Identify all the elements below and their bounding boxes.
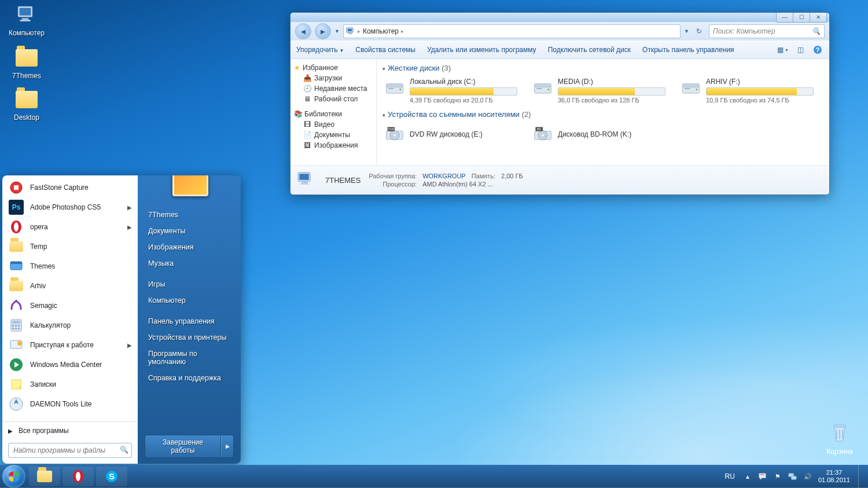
breadcrumb-computer-icon[interactable] — [346, 27, 355, 36]
start-menu-right-link[interactable]: Музыка — [145, 255, 234, 271]
sidebar-item-downloads[interactable]: 📥Загрузки — [293, 73, 374, 83]
desktop-icon-7themes[interactable]: 7Themes — [5, 46, 49, 80]
nav-forward-button[interactable]: ► — [315, 23, 331, 39]
sidebar-item-pictures[interactable]: 🖼Изображения — [293, 140, 374, 151]
start-menu-search: 🔍 — [8, 443, 132, 458]
nav-refresh-button[interactable]: ↻ — [693, 27, 705, 35]
svg-point-29 — [542, 134, 544, 137]
desktop-icon-desktop[interactable]: Desktop — [5, 88, 49, 122]
start-menu-right-link[interactable]: Панель управления — [145, 313, 234, 329]
app-label: Приступая к работе — [30, 341, 94, 349]
nav-history-dropdown[interactable]: ▼ — [334, 28, 340, 34]
drive-item[interactable]: MEDIA (D:)36,0 ГБ свободно из 128 ГБ — [531, 76, 667, 105]
shutdown-button[interactable]: Завершение работы — [145, 435, 221, 458]
sidebar-item-recent[interactable]: 🕘Недавние места — [293, 83, 374, 94]
toolbar-help-button[interactable]: ? — [812, 44, 823, 56]
breadcrumb-item[interactable]: Компьютер — [363, 27, 399, 35]
sidebar-item-documents[interactable]: 📄Документы — [293, 130, 374, 140]
status-memory-value: 2,00 ГБ — [501, 173, 523, 179]
start-menu-right-link[interactable]: Игры — [145, 276, 234, 292]
tray-flag-icon[interactable]: ⚑ — [773, 472, 782, 481]
app-icon — [8, 179, 24, 196]
folder-icon — [15, 46, 38, 69]
window-maximize-button[interactable]: ☐ — [793, 12, 810, 23]
tray-clock[interactable]: 21:37 01.08.2011 — [818, 469, 850, 484]
app-label: Temp — [30, 243, 47, 251]
sidebar-item-video[interactable]: 🎞Видео — [293, 119, 374, 130]
toolbar-map-drive[interactable]: Подключить сетевой диск — [548, 46, 631, 54]
group-header-removable[interactable]: ▾Устройства со съемными носителями (2) — [382, 110, 823, 119]
start-menu-app-item[interactable]: PsAdobe Photoshop CS5▶ — [2, 197, 138, 217]
svg-rect-44 — [12, 321, 20, 324]
start-menu-app-item[interactable]: Arhiv — [2, 276, 138, 296]
start-menu-app-item[interactable]: DAEMON Tools Lite — [2, 394, 138, 414]
start-menu-app-item[interactable]: opera▶ — [2, 217, 138, 237]
svg-rect-21 — [685, 88, 690, 89]
start-menu-right-link[interactable]: Программы по умолчанию — [145, 346, 234, 370]
start-menu-app-item[interactable]: Temp — [2, 237, 138, 256]
explorer-search-input[interactable]: Поиск: Компьютер 🔍 — [709, 24, 825, 38]
drive-item[interactable]: Локальный диск (C:)4,39 ГБ свободно из 2… — [382, 76, 519, 105]
start-menu-app-item[interactable]: Приступая к работе▶ — [2, 335, 138, 355]
toolbar-view-button[interactable]: ▦▼ — [777, 44, 789, 56]
tray-network-icon[interactable] — [788, 472, 797, 481]
device-item[interactable]: DVDDVD RW дисковод (E:) — [382, 122, 519, 146]
tray-show-hidden-icon[interactable]: ▲ — [743, 472, 752, 481]
desktop-icon-recycle-bin[interactable]: Корзина — [826, 421, 853, 456]
svg-rect-3 — [20, 20, 30, 21]
tray-language[interactable]: RU — [723, 472, 737, 480]
toolbar-system-properties[interactable]: Свойства системы — [355, 46, 415, 54]
tray-time: 21:37 — [818, 469, 850, 476]
start-menu-right-link[interactable]: Изображения — [145, 239, 234, 255]
window-close-button[interactable]: ✕ — [810, 12, 827, 23]
taskbar-skype-button[interactable]: S — [96, 467, 127, 486]
tray-action-center-icon[interactable] — [758, 472, 767, 481]
toolbar-uninstall[interactable]: Удалить или изменить программу — [427, 46, 536, 54]
nav-back-button[interactable]: ◄ — [295, 23, 311, 39]
hdd-icon — [681, 78, 701, 98]
libraries-icon: 📚 — [294, 110, 302, 118]
computer-icon — [15, 3, 38, 27]
sidebar-libraries-header[interactable]: 📚Библиотеки — [293, 109, 374, 119]
tray-date: 01.08.2011 — [818, 476, 850, 484]
shutdown-options-button[interactable]: ▶ — [221, 435, 234, 458]
start-menu-app-item[interactable]: Калькулятор — [2, 315, 138, 335]
toolbar-preview-pane-button[interactable]: ◫ — [795, 44, 806, 56]
start-menu-app-item[interactable]: FastStone Capture — [2, 178, 138, 197]
start-menu-right-link[interactable]: Справка и поддержка — [145, 370, 234, 386]
start-menu-search-input[interactable] — [8, 443, 132, 458]
app-icon — [8, 219, 24, 235]
svg-rect-35 — [300, 184, 310, 185]
start-menu-right-link[interactable]: Документы — [145, 223, 234, 239]
device-name: DVD RW дисковод (E:) — [410, 130, 483, 138]
start-menu-right-link[interactable]: Компьютер — [145, 292, 234, 309]
show-desktop-button[interactable] — [858, 465, 863, 488]
user-avatar[interactable] — [172, 175, 208, 196]
start-menu-all-programs[interactable]: ▶ Все программы — [2, 421, 138, 439]
start-menu-app-item[interactable]: Semagic — [2, 296, 138, 315]
start-menu-app-item[interactable]: Записки — [2, 375, 138, 394]
start-button[interactable] — [2, 465, 25, 488]
taskbar-opera-button[interactable] — [62, 467, 94, 486]
toolbar-organize[interactable]: Упорядочить▼ — [296, 46, 344, 54]
start-menu-app-item[interactable]: Windows Media Center — [2, 355, 138, 375]
sidebar-favorites-header[interactable]: ★Избранное — [293, 63, 374, 73]
desktop-icon-computer[interactable]: Компьютер — [5, 3, 49, 37]
taskbar-explorer-button[interactable] — [29, 467, 60, 486]
start-menu-right-link[interactable]: 7Themes — [145, 207, 234, 223]
start-menu-app-item[interactable]: Themes — [2, 256, 138, 276]
tray-volume-icon[interactable]: 🔊 — [803, 472, 812, 481]
device-item[interactable]: BDДисковод BD-ROM (K:) — [531, 122, 667, 146]
breadcrumb-dropdown[interactable]: ▼ — [684, 28, 689, 34]
desktop-icon: 🖥 — [303, 95, 311, 103]
toolbar-control-panel[interactable]: Открыть панель управления — [642, 46, 734, 54]
explorer-toolbar: Упорядочить▼ Свойства системы Удалить ил… — [290, 41, 829, 59]
group-header-hdd[interactable]: ▾Жесткие диски (3) — [382, 64, 823, 72]
window-minimize-button[interactable]: — — [776, 12, 793, 23]
sidebar-item-desktop[interactable]: 🖥Рабочий стол — [293, 94, 374, 104]
breadcrumb[interactable]: ▸ Компьютер ▸ — [343, 24, 681, 38]
window-titlebar[interactable]: — ☐ ✕ — [290, 13, 829, 22]
start-menu-right-link[interactable]: Устройства и принтеры — [145, 329, 234, 346]
pictures-icon: 🖼 — [303, 141, 311, 149]
drive-item[interactable]: ARHIV (F:)10,9 ГБ свободно из 74,5 ГБ — [679, 76, 815, 105]
